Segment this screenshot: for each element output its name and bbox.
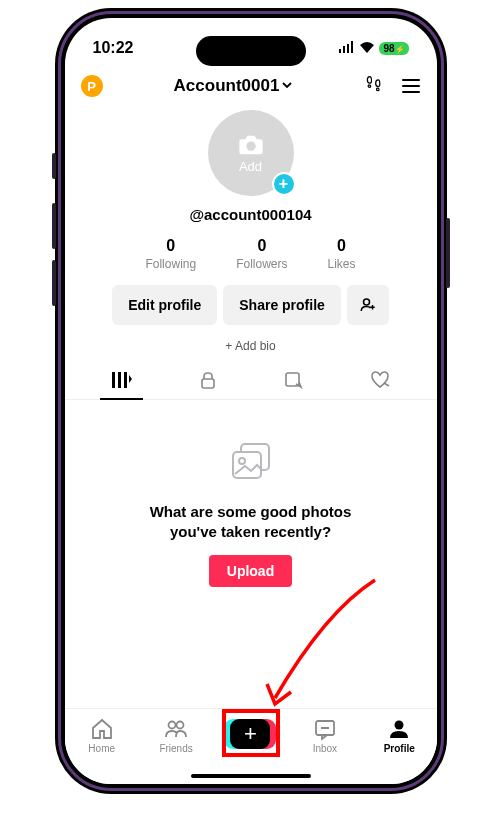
header: P Account0001 — [65, 68, 437, 104]
inbox-icon — [313, 717, 337, 741]
svg-point-4 — [246, 141, 255, 150]
svg-rect-0 — [339, 49, 341, 53]
profile-tabs — [65, 371, 437, 400]
account-badge[interactable]: P — [81, 75, 103, 97]
menu-icon[interactable] — [402, 79, 420, 93]
signal-icon — [339, 39, 355, 57]
avatar-add-label: Add — [239, 159, 262, 174]
feed-icon — [112, 372, 132, 388]
username: @account000104 — [189, 206, 311, 223]
friends-icon — [164, 717, 188, 741]
tab-reposts[interactable] — [251, 371, 337, 399]
svg-rect-9 — [202, 379, 214, 388]
home-indicator — [191, 774, 311, 778]
tutorial-arrow — [255, 572, 385, 722]
wifi-icon — [359, 39, 375, 57]
stats-row: 0 Following 0 Followers 0 Likes — [65, 237, 437, 271]
nav-inbox[interactable]: Inbox — [295, 717, 355, 754]
svg-point-14 — [169, 722, 176, 729]
bookmark-icon — [284, 371, 304, 389]
home-icon — [90, 717, 114, 741]
avatar[interactable]: Add + — [208, 110, 294, 196]
nav-create[interactable]: + — [220, 717, 280, 751]
heart-icon — [370, 371, 390, 389]
empty-state-text: What are some good photos you've taken r… — [150, 502, 352, 543]
camera-icon — [237, 133, 265, 157]
add-bio-link[interactable]: + Add bio — [65, 339, 437, 353]
svg-rect-7 — [118, 372, 121, 388]
followers-stat[interactable]: 0 Followers — [236, 237, 287, 271]
profile-icon — [387, 717, 411, 741]
empty-state: What are some good photos you've taken r… — [65, 400, 437, 587]
photos-icon — [227, 440, 275, 488]
tab-feed[interactable] — [79, 371, 165, 399]
svg-rect-1 — [343, 46, 345, 53]
likes-stat[interactable]: 0 Likes — [328, 237, 356, 271]
add-friend-button[interactable] — [347, 285, 389, 325]
bottom-nav: Home Friends + — [65, 708, 437, 784]
edit-profile-button[interactable]: Edit profile — [112, 285, 217, 325]
svg-rect-6 — [112, 372, 115, 388]
upload-button[interactable]: Upload — [209, 555, 292, 587]
phone-notch — [196, 36, 306, 66]
share-profile-button[interactable]: Share profile — [223, 285, 341, 325]
svg-point-15 — [177, 722, 184, 729]
chevron-down-icon — [281, 76, 293, 96]
add-user-icon — [359, 296, 377, 314]
svg-rect-3 — [351, 41, 353, 53]
svg-point-5 — [363, 299, 369, 305]
nav-home[interactable]: Home — [72, 717, 132, 754]
tab-liked[interactable] — [337, 371, 423, 399]
nav-profile[interactable]: Profile — [369, 717, 429, 754]
footprints-icon[interactable] — [364, 74, 384, 98]
svg-rect-2 — [347, 44, 349, 53]
status-time: 10:22 — [93, 39, 134, 57]
create-icon: + — [224, 717, 276, 751]
avatar-add-icon[interactable]: + — [272, 172, 296, 196]
tab-private[interactable] — [165, 371, 251, 399]
account-switcher[interactable]: Account0001 — [174, 76, 294, 96]
svg-point-17 — [395, 721, 404, 730]
battery-icon: 98⚡ — [379, 42, 408, 55]
svg-rect-8 — [124, 372, 127, 388]
nav-friends[interactable]: Friends — [146, 717, 206, 754]
lock-icon — [199, 371, 217, 389]
following-stat[interactable]: 0 Following — [145, 237, 196, 271]
